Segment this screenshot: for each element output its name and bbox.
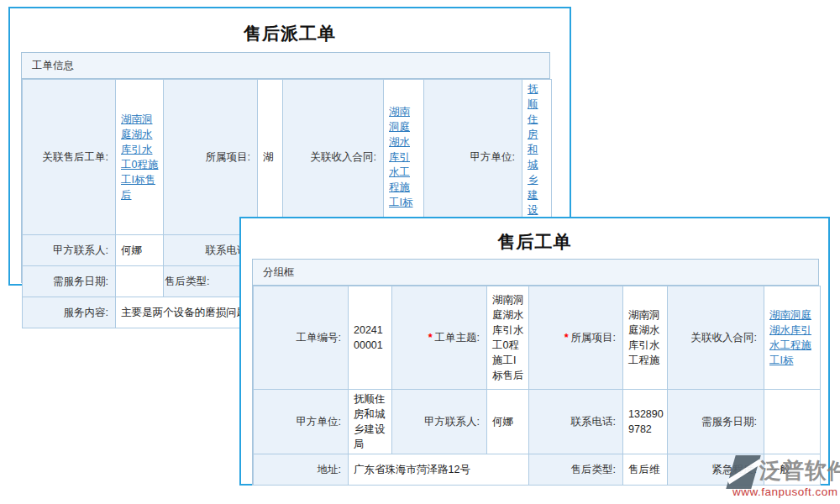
table-row: 甲方单位: 抚顺住房和城乡建设局 甲方联系人: 何娜 联系电话: 1328909… xyxy=(254,390,821,454)
client-contact-value: 何娜 xyxy=(116,235,164,266)
service-date-value xyxy=(764,390,821,454)
related-income-contract-link[interactable]: 湖南洞庭湖水库引水工程施工I标 xyxy=(769,309,811,366)
project-value: 湖南洞庭湖水库引水工程施 xyxy=(623,286,668,390)
table-row: 地址: 广东省珠海市菏泽路12号 售后类型: 售后维 紧急程度: 一般 xyxy=(254,454,821,486)
aftersales-order-table: 工单编号: 2024100001 *工单主题: 湖南洞庭湖水库引水工0程施工I标… xyxy=(253,286,821,486)
phone-label: 联系电话: xyxy=(529,390,623,454)
client-unit-link[interactable]: 抚顺住房和城乡建设局 xyxy=(528,83,538,231)
project-value: 湖 xyxy=(258,80,283,235)
service-date-value xyxy=(116,266,164,297)
client-unit-cell: 抚顺住房和城乡建设局 xyxy=(522,80,552,235)
required-asterisk: * xyxy=(564,332,569,344)
client-unit-label: 甲方单位: xyxy=(424,80,522,235)
urgency-value: 一般 xyxy=(764,454,821,486)
project-label: *所属项目: xyxy=(529,286,623,390)
aftersales-type-label: 售后类型: xyxy=(529,454,623,486)
related-income-contract-cell: 湖南洞庭湖水库引水工程施工I标 xyxy=(764,286,821,390)
aftersales-type-value: 售后维 xyxy=(623,454,668,486)
aftersales-order-title: 售后工单 xyxy=(241,230,828,254)
work-order-info-header: 工单信息 xyxy=(22,53,549,79)
order-number-value: 2024100001 xyxy=(349,286,392,390)
order-subject-value: 湖南洞庭湖水库引水工0程施工I标售后 xyxy=(487,286,529,390)
project-label: 所属项目: xyxy=(164,80,258,235)
order-number-label: 工单编号: xyxy=(254,286,349,390)
service-content-label: 服务内容: xyxy=(23,297,116,328)
client-contact-label: 甲方联系人: xyxy=(23,235,116,266)
related-income-contract-label: 关联收入合同: xyxy=(668,286,764,390)
watermark-url-text: www.fanpusoft.com xyxy=(732,486,838,498)
service-date-label: 需服务日期: xyxy=(23,266,116,297)
client-contact-label: 甲方联系人: xyxy=(392,390,487,454)
required-asterisk: * xyxy=(428,332,433,344)
service-date-label: 需服务日期: xyxy=(668,390,764,454)
order-subject-label-text: 工单主题: xyxy=(435,332,480,344)
related-income-contract-cell: 湖南洞庭湖水库引水工程施工I标 xyxy=(384,80,424,235)
related-aftersales-order-cell: 湖南洞庭湖水库引水工0程施工I标售后 xyxy=(116,80,164,235)
client-unit-value: 抚顺住房和城乡建设局 xyxy=(349,390,392,454)
dispatch-order-title: 售后派工单 xyxy=(10,22,570,45)
project-label-text: 所属项目: xyxy=(571,332,616,344)
client-unit-label: 甲方单位: xyxy=(254,390,349,454)
groupbox-header: 分组框 xyxy=(253,260,818,286)
order-subject-label: *工单主题: xyxy=(392,286,487,390)
related-aftersales-order-link[interactable]: 湖南洞庭湖水库引水工0程施工I标售后 xyxy=(121,113,158,201)
address-label: 地址: xyxy=(254,454,349,486)
table-row: 工单编号: 2024100001 *工单主题: 湖南洞庭湖水库引水工0程施工I标… xyxy=(254,286,821,390)
related-aftersales-order-label: 关联售后工单: xyxy=(23,80,116,235)
urgency-label: 紧急程度: xyxy=(668,454,764,486)
related-income-contract-label: 关联收入合同: xyxy=(283,80,384,235)
address-value: 广东省珠海市菏泽路12号 xyxy=(349,454,529,486)
client-contact-value: 何娜 xyxy=(487,390,529,454)
phone-value: 1328909782 xyxy=(623,390,668,454)
related-income-contract-link[interactable]: 湖南洞庭湖水库引水工程施工I标 xyxy=(389,106,412,208)
groupbox: 分组框 工单编号: 2024100001 *工单主题: 湖南洞庭湖水库引水工0程… xyxy=(252,259,819,486)
table-row: 关联售后工单: 湖南洞庭湖水库引水工0程施工I标售后 所属项目: 湖 关联收入合… xyxy=(23,80,552,235)
aftersales-order-window: 售后工单 分组框 工单编号: 2024100001 *工单主题: 湖南洞庭湖水库… xyxy=(239,217,830,486)
